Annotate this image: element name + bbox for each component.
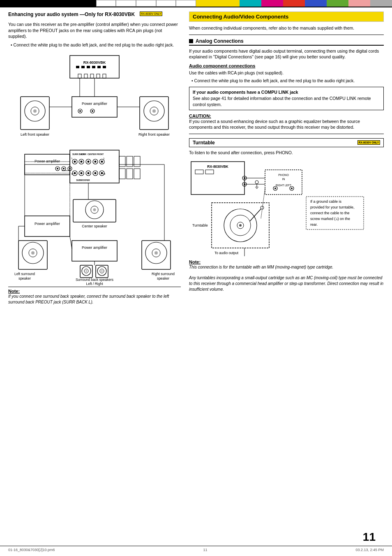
svg-text:screw marked (⏚) on the: screw marked (⏚) on the xyxy=(310,217,350,221)
turntable-title: Turntable xyxy=(193,140,215,146)
svg-rect-74 xyxy=(127,169,133,179)
top-color-bar xyxy=(0,0,392,7)
left-bullet-text: • Connect the white plug to the audio le… xyxy=(8,42,181,48)
svg-rect-75 xyxy=(134,156,140,167)
svg-line-160 xyxy=(261,188,265,218)
svg-point-69 xyxy=(101,172,103,174)
svg-text:If a ground cable is: If a ground cable is xyxy=(310,199,342,204)
svg-point-55 xyxy=(88,160,90,162)
svg-point-24 xyxy=(33,109,37,113)
note-title: Note: xyxy=(8,289,20,294)
left-column: Enhancing your audio system —Only for RX… xyxy=(8,12,181,305)
turntable-note-title: Note: xyxy=(189,259,201,264)
svg-rect-3 xyxy=(81,66,85,68)
turntable-note-text1: This connection is for the turntable wit… xyxy=(189,265,333,269)
svg-rect-71 xyxy=(119,156,125,167)
divider-2 xyxy=(189,134,384,134)
svg-point-51 xyxy=(74,160,76,162)
svg-rect-6 xyxy=(97,66,101,68)
svg-text:Power amplifier: Power amplifier xyxy=(82,102,107,106)
svg-text:Left surround: Left surround xyxy=(14,272,35,276)
svg-text:RX-8030VBK: RX-8030VBK xyxy=(83,60,106,65)
connecting-av-header: Connecting Audio/Video Components xyxy=(189,12,384,22)
svg-text:speaker: speaker xyxy=(157,276,169,280)
footer-left: 01-16_8030&7030[J]10.pm6 xyxy=(8,548,55,552)
svg-rect-100 xyxy=(72,241,117,261)
note-text: If you connect one surround back speaker… xyxy=(8,294,169,304)
svg-text:speaker: speaker xyxy=(18,276,31,280)
svg-point-57 xyxy=(95,160,97,162)
left-section-heading: Enhancing your audio system —Only for RX… xyxy=(8,12,135,17)
svg-point-148 xyxy=(239,224,242,227)
svg-rect-13 xyxy=(72,97,117,117)
svg-line-149 xyxy=(250,209,261,221)
svg-point-135 xyxy=(274,188,276,189)
svg-point-138 xyxy=(255,181,258,184)
connecting-av-intro: When connecting individual components, r… xyxy=(189,25,384,31)
analog-title: Analog Connections xyxy=(196,38,244,44)
turntable-diagram: RX-8030VBK PHONO IN RIGHT LEFT xyxy=(189,158,384,256)
caution-title: CAUTION: xyxy=(189,114,211,118)
svg-rect-10 xyxy=(90,74,94,78)
system-diagram: RX-8030VBK Power amplifier xyxy=(12,51,177,282)
svg-point-105 xyxy=(85,270,87,272)
svg-point-63 xyxy=(81,172,83,174)
svg-point-67 xyxy=(95,172,97,174)
svg-text:Center speaker: Center speaker xyxy=(82,224,107,228)
svg-text:RIGHT    LEFT: RIGHT LEFT xyxy=(276,184,291,187)
diagram-svg: RX-8030VBK Power amplifier xyxy=(12,51,177,286)
right-bullet-text: • Connect the white plug to the audio le… xyxy=(189,78,384,84)
svg-rect-73 xyxy=(127,156,133,167)
turntable-note: Note: This connection is for the turntab… xyxy=(189,259,384,292)
turntable-header: Turntable RX-8030V ONLY xyxy=(189,138,384,147)
svg-point-36 xyxy=(57,168,58,169)
svg-text:SUBWOOFER: SUBWOOFER xyxy=(76,179,90,181)
svg-rect-4 xyxy=(87,66,90,68)
footer-right: 03.2.13, 2:45 PM xyxy=(355,548,384,552)
svg-point-18 xyxy=(92,110,93,112)
svg-point-29 xyxy=(152,109,156,113)
compu-link-text: See also page 41 for detailed informatio… xyxy=(193,96,371,107)
compu-link-box: If your audio components have a COMPU LI… xyxy=(189,87,384,110)
rx-badge-turntable: RX-8030V ONLY xyxy=(357,140,380,145)
page-number: 11 xyxy=(363,531,376,544)
svg-text:CENTER: CENTER xyxy=(88,153,96,155)
svg-rect-125 xyxy=(205,170,214,174)
compu-link-title: If your audio components have a COMPU LI… xyxy=(193,90,298,95)
svg-rect-12 xyxy=(103,74,106,78)
svg-rect-124 xyxy=(195,170,203,174)
use-cables-text: Use the cables with RCA pin plugs (not s… xyxy=(189,70,384,76)
analog-connections-header: Analog Connections xyxy=(189,38,384,46)
svg-point-38 xyxy=(63,168,65,169)
left-note: Note: If you connect one surround back s… xyxy=(8,287,181,305)
right-column: Connecting Audio/Video Components When c… xyxy=(189,12,384,305)
divider-1 xyxy=(189,35,384,35)
svg-text:Left  /  Right: Left / Right xyxy=(86,282,103,286)
svg-point-83 xyxy=(93,208,96,211)
footer: 01-16_8030&7030[J]10.pm6 11 03.2.13, 2:4… xyxy=(0,546,392,552)
svg-rect-11 xyxy=(97,74,100,78)
svg-rect-7 xyxy=(103,66,106,68)
left-intro-text: You can use this receiver as the pre-amp… xyxy=(8,21,181,39)
svg-text:Power amplifier: Power amplifier xyxy=(82,246,107,250)
svg-point-91 xyxy=(31,251,35,255)
svg-point-59 xyxy=(101,160,103,162)
svg-text:Right surround: Right surround xyxy=(152,272,175,276)
main-content: Enhancing your audio system —Only for RX… xyxy=(0,7,392,309)
svg-text:Power amplifier: Power amplifier xyxy=(35,159,60,163)
svg-text:Right front speaker: Right front speaker xyxy=(138,132,170,137)
caution-section: CAUTION: If you connect a sound-enhancin… xyxy=(189,114,384,130)
caution-text: If you connect a sound-enhancing device … xyxy=(189,119,360,130)
audio-component-heading: Audio component connections xyxy=(189,63,384,68)
svg-text:Power amplifier: Power amplifier xyxy=(35,222,60,226)
svg-rect-5 xyxy=(92,66,95,68)
svg-point-65 xyxy=(88,172,90,174)
svg-point-53 xyxy=(81,160,83,162)
svg-text:Turntable: Turntable xyxy=(192,223,208,227)
svg-text:Left front speaker: Left front speaker xyxy=(21,132,49,137)
svg-text:RX-8030VBK: RX-8030VBK xyxy=(207,164,228,169)
turntable-svg: RX-8030VBK PHONO IN RIGHT LEFT xyxy=(189,158,370,256)
svg-text:connect the cable to the: connect the cable to the xyxy=(310,211,350,215)
svg-point-137 xyxy=(291,188,293,189)
rx-badge-left: RX-8030V ONLY xyxy=(140,12,162,16)
